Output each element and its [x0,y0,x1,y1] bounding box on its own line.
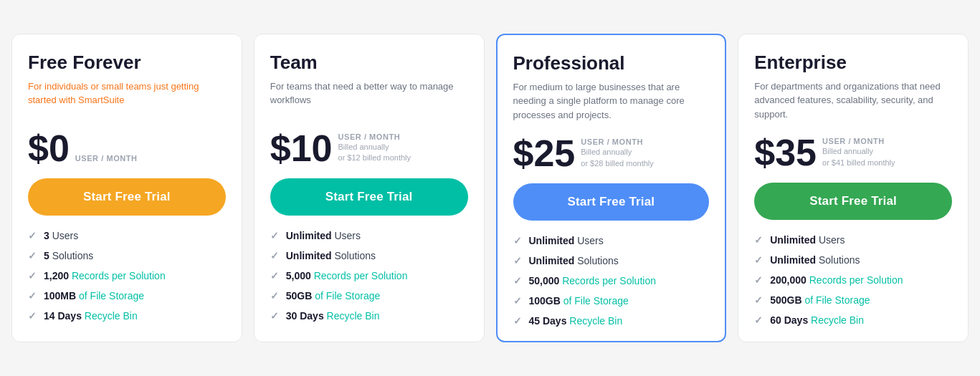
cta-button-professional[interactable]: Start Free Trial [513,183,710,221]
check-icon-professional-2: ✓ [513,275,522,286]
feature-rest-free-4: Recycle Bin [82,310,138,322]
feature-item-free-2: ✓1,200 Records per Solution [28,270,226,281]
check-icon-team-2: ✓ [270,270,279,281]
feature-item-enterprise-4: ✓60 Days Recycle Bin [754,314,952,326]
price-unit-team: USER / MONTH [338,132,411,142]
plan-description-enterprise: For departments and organizations that n… [754,79,952,122]
feature-item-team-2: ✓5,000 Records per Solution [270,270,468,281]
check-icon-team-0: ✓ [270,230,279,241]
feature-rest-team-3: of File Storage [312,290,380,302]
feature-bold-professional-1: Unlimited [529,255,575,266]
feature-rest-enterprise-0: Users [816,234,845,246]
feature-bold-free-1: 5 [44,250,49,261]
feature-text-free-3: 100MB of File Storage [44,290,144,302]
feature-rest-team-2: Records per Solution [311,270,408,281]
feature-text-team-3: 50GB of File Storage [286,290,381,302]
feature-bold-team-3: 50GB [286,290,313,302]
feature-item-professional-0: ✓Unlimited Users [513,235,710,246]
cta-button-free[interactable]: Start Free Trial [28,178,226,216]
feature-text-professional-2: 50,000 Records per Solution [529,275,656,286]
price-meta-team: USER / MONTHBilled annuallyor $12 billed… [338,132,411,167]
feature-bold-professional-3: 100GB [529,295,561,307]
price-unit-professional: USER / MONTH [581,137,654,147]
feature-bold-enterprise-0: Unlimited [770,234,816,246]
check-icon-enterprise-4: ✓ [754,314,763,326]
feature-text-team-4: 30 Days Recycle Bin [286,310,380,322]
check-icon-team-4: ✓ [270,310,279,322]
cta-button-enterprise[interactable]: Start Free Trial [754,183,952,220]
feature-text-professional-3: 100GB of File Storage [529,295,629,307]
feature-text-professional-0: Unlimited Users [529,235,604,246]
feature-bold-professional-4: 45 Days [529,315,567,327]
feature-text-team-0: Unlimited Users [286,230,361,241]
check-icon-free-2: ✓ [28,270,37,281]
feature-item-team-0: ✓Unlimited Users [270,230,468,241]
pricing-grid: Free ForeverFor individuals or small tea… [11,34,969,343]
features-list-team: ✓Unlimited Users✓Unlimited Solutions✓5,0… [270,230,468,322]
feature-rest-team-4: Recycle Bin [324,310,380,322]
feature-text-enterprise-0: Unlimited Users [770,234,845,246]
feature-text-enterprise-2: 200,000 Records per Solution [770,274,903,286]
price-billing-team: Billed annuallyor $12 billed monthly [338,142,411,164]
price-billing-professional: Billed annuallyor $28 billed monthly [581,147,654,169]
feature-text-professional-4: 45 Days Recycle Bin [529,315,623,327]
feature-rest-team-1: Solutions [332,250,376,261]
feature-bold-enterprise-1: Unlimited [770,254,816,266]
plan-name-team: Team [270,52,468,74]
price-row-free: $0USER / MONTH [28,130,226,167]
feature-item-free-3: ✓100MB of File Storage [28,290,226,302]
plan-name-professional: Professional [513,52,710,74]
check-icon-free-4: ✓ [28,310,37,322]
feature-rest-enterprise-1: Solutions [816,254,860,266]
price-meta-enterprise: USER / MONTHBilled annuallyor $41 billed… [822,136,895,171]
feature-text-team-2: 5,000 Records per Solution [286,270,408,281]
feature-item-professional-3: ✓100GB of File Storage [513,295,710,307]
features-list-professional: ✓Unlimited Users✓Unlimited Solutions✓50,… [513,235,710,327]
check-icon-enterprise-0: ✓ [754,234,763,246]
feature-item-team-4: ✓30 Days Recycle Bin [270,310,468,322]
feature-rest-enterprise-2: Records per Solution [807,274,903,286]
plan-card-free: Free ForeverFor individuals or small tea… [11,34,242,343]
feature-bold-team-0: Unlimited [286,230,332,241]
feature-rest-professional-3: of File Storage [561,295,629,307]
check-icon-team-3: ✓ [270,290,279,302]
check-icon-free-1: ✓ [28,250,37,261]
feature-text-enterprise-4: 60 Days Recycle Bin [770,314,864,326]
plan-name-enterprise: Enterprise [754,52,952,74]
feature-rest-professional-2: Records per Solution [559,275,656,286]
feature-item-team-1: ✓Unlimited Solutions [270,250,468,261]
price-meta-free: USER / MONTH [75,153,138,166]
feature-bold-free-3: 100MB [44,290,76,302]
plan-card-enterprise: EnterpriseFor departments and organizati… [738,34,969,343]
feature-rest-professional-4: Recycle Bin [566,315,622,327]
features-list-free: ✓3 Users✓5 Solutions✓1,200 Records per S… [28,230,226,322]
feature-text-professional-1: Unlimited Solutions [529,255,619,266]
feature-bold-free-0: 3 [44,230,49,241]
feature-bold-enterprise-4: 60 Days [770,314,808,326]
price-unit-enterprise: USER / MONTH [822,136,895,146]
feature-text-free-0: 3 Users [44,230,78,241]
feature-item-enterprise-0: ✓Unlimited Users [754,234,952,246]
check-icon-free-3: ✓ [28,290,37,302]
check-icon-professional-3: ✓ [513,295,522,307]
features-list-enterprise: ✓Unlimited Users✓Unlimited Solutions✓200… [754,234,952,326]
feature-item-professional-4: ✓45 Days Recycle Bin [513,315,710,327]
feature-bold-professional-0: Unlimited [529,235,575,246]
feature-text-free-1: 5 Solutions [44,250,93,261]
feature-item-free-1: ✓5 Solutions [28,250,226,261]
cta-button-team[interactable]: Start Free Trial [270,178,468,216]
feature-item-professional-2: ✓50,000 Records per Solution [513,275,710,286]
feature-rest-free-0: Users [49,230,78,241]
feature-rest-free-2: Records per Solution [69,270,166,281]
check-icon-professional-1: ✓ [513,255,522,266]
check-icon-enterprise-3: ✓ [754,294,763,306]
feature-bold-team-2: 5,000 [286,270,311,281]
feature-rest-professional-0: Users [574,235,603,246]
feature-text-free-2: 1,200 Records per Solution [44,270,166,281]
check-icon-team-1: ✓ [270,250,279,261]
feature-rest-enterprise-4: Recycle Bin [808,314,864,326]
price-amount-enterprise: $35 [754,134,817,171]
check-icon-free-0: ✓ [28,230,37,241]
feature-rest-free-3: of File Storage [76,290,144,302]
feature-rest-team-0: Users [332,230,361,241]
